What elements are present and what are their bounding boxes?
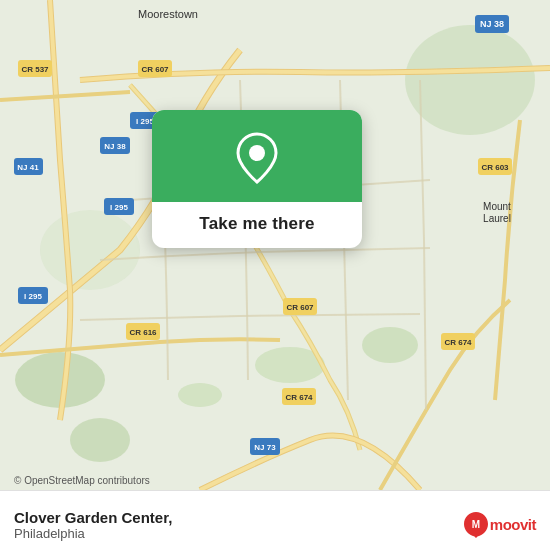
svg-text:CR 607: CR 607	[286, 303, 314, 312]
svg-text:CR 674: CR 674	[285, 393, 313, 402]
moovit-icon: M	[462, 510, 490, 538]
svg-text:Moorestown: Moorestown	[138, 8, 198, 20]
svg-text:CR 674: CR 674	[444, 338, 472, 347]
svg-point-10	[70, 418, 130, 462]
svg-text:I 295: I 295	[24, 292, 42, 301]
location-pin-icon	[235, 132, 279, 184]
svg-text:NJ 41: NJ 41	[17, 163, 39, 172]
svg-text:NJ 38: NJ 38	[480, 19, 504, 29]
moovit-text-label: moovit	[490, 516, 536, 533]
svg-text:Mount: Mount	[483, 201, 511, 212]
bottom-bar: Clover Garden Center, Philadelphia M moo…	[0, 490, 550, 550]
place-region: Philadelphia	[14, 526, 172, 541]
take-me-there-button[interactable]: Take me there	[181, 202, 332, 248]
svg-text:Laurel: Laurel	[483, 213, 511, 224]
svg-text:CR 616: CR 616	[129, 328, 157, 337]
svg-text:CR 537: CR 537	[21, 65, 49, 74]
map-attribution: © OpenStreetMap contributors	[14, 475, 150, 486]
popup-header	[152, 110, 362, 202]
svg-point-45	[249, 145, 265, 161]
popup-card: Take me there	[152, 110, 362, 248]
svg-text:NJ 73: NJ 73	[254, 443, 276, 452]
svg-text:M: M	[472, 519, 480, 530]
moovit-logo: M moovit	[462, 510, 536, 538]
map-container: NJ 38 CR 537 CR 607 NJ 38 NJ 41 I 295 I …	[0, 0, 550, 490]
place-info: Clover Garden Center, Philadelphia	[14, 491, 172, 550]
svg-text:I 295: I 295	[110, 203, 128, 212]
place-name: Clover Garden Center,	[14, 509, 172, 526]
svg-text:CR 603: CR 603	[481, 163, 509, 172]
svg-text:CR 607: CR 607	[141, 65, 169, 74]
svg-text:NJ 38: NJ 38	[104, 142, 126, 151]
svg-point-13	[178, 383, 222, 407]
svg-point-7	[405, 25, 535, 135]
svg-point-11	[362, 327, 418, 363]
